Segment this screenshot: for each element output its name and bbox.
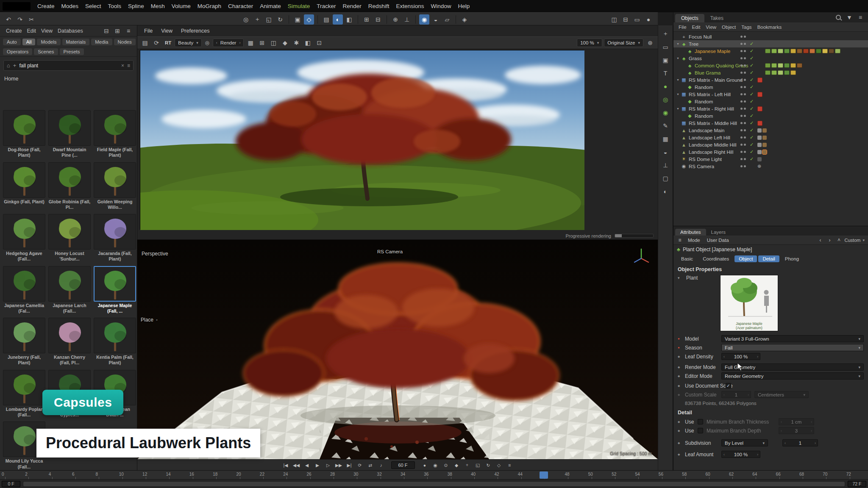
expand-icon[interactable]: ▾: [675, 92, 681, 96]
render-history-nav[interactable]: ‹Render›: [213, 39, 244, 47]
filter-materials[interactable]: Materials: [62, 39, 90, 45]
enabled-check-icon[interactable]: ✓: [750, 128, 754, 133]
enabled-check-icon[interactable]: ✓: [750, 77, 754, 83]
object-row-rs-matrix-right-hill[interactable]: ▾▦RS Matrix - Right Hill✓: [673, 105, 868, 112]
refresh-icon[interactable]: ⟳: [151, 38, 161, 48]
history-forward-icon[interactable]: ›: [826, 236, 834, 244]
phong-tag-icon[interactable]: [757, 150, 762, 154]
season-dropdown[interactable]: Fall▾: [721, 344, 864, 351]
rt-label[interactable]: RT: [163, 40, 173, 45]
object-row-rs-matrix-middle-hill[interactable]: ▦RS Matrix - Middle Hill✓: [673, 119, 868, 127]
perspective-viewport[interactable]: Perspective RS Camera Place◦ Grid Spacin…: [137, 240, 658, 459]
clear-search-icon[interactable]: ×: [121, 63, 124, 69]
lock-render-icon[interactable]: ◎: [203, 39, 211, 47]
asset-search-field[interactable]: ⌂ + fall plant × ≡: [3, 60, 134, 71]
keyframe-icon[interactable]: ◆: [452, 461, 462, 469]
compare-icon[interactable]: ◧: [303, 38, 313, 48]
menu-renderview-file[interactable]: File: [141, 27, 156, 35]
view-cube-icon[interactable]: ▣: [660, 55, 670, 65]
object-row-japanese-maple[interactable]: ♣Japanese Maple✓: [673, 47, 868, 55]
nav-prev-icon[interactable]: ‹: [216, 41, 217, 45]
tab-takes[interactable]: Takes: [704, 14, 729, 22]
expand-icon[interactable]: ▾: [675, 56, 681, 60]
attr-tab-coordinates[interactable]: Coordinates: [698, 255, 733, 262]
visibility-dots[interactable]: [740, 86, 746, 88]
object-tags[interactable]: [757, 106, 762, 111]
object-row-grass[interactable]: ▾♣Grass✓: [673, 55, 868, 62]
menu-main-window[interactable]: Window: [427, 2, 454, 11]
object-row-focus-null[interactable]: +Focus Null: [673, 33, 868, 40]
cut-icon[interactable]: ✂: [26, 14, 36, 25]
keyframe-dot-icon[interactable]: ◆: [678, 374, 685, 378]
enabled-check-icon[interactable]: ✓: [750, 92, 754, 97]
view-pen-icon[interactable]: ✎: [660, 121, 670, 131]
menu-object-manager-edit[interactable]: Edit: [690, 24, 703, 30]
record-icon[interactable]: ●: [420, 461, 430, 469]
view-frame-icon[interactable]: ▭: [660, 42, 670, 52]
custom-scale-unit-dropdown[interactable]: Centimeters▾: [754, 391, 809, 398]
object-tags[interactable]: [757, 92, 762, 97]
object-row-landscape-left-hill[interactable]: ▲Landscape Left Hill✓: [673, 134, 868, 141]
filter-all[interactable]: All: [22, 39, 36, 45]
render-view-canvas[interactable]: [140, 50, 584, 230]
visibility-dots[interactable]: [740, 115, 746, 117]
menu-asset-edit[interactable]: Edit: [25, 27, 39, 35]
live-selection-icon[interactable]: ◎: [241, 14, 251, 25]
tab-objects[interactable]: Objects: [675, 14, 704, 22]
keyframe-dot-icon[interactable]: ◆: [678, 429, 685, 433]
view-cloner-icon[interactable]: ◎: [660, 94, 670, 105]
menu-main-help[interactable]: Help: [454, 2, 473, 11]
spinner-down-icon[interactable]: ‹: [723, 452, 725, 457]
spinner-up-icon[interactable]: ›: [757, 452, 758, 457]
attr-tab-phong[interactable]: Phong: [781, 255, 803, 262]
asset-item-ginkgo-fall-plant[interactable]: Ginkgo (Fall, Plant): [2, 162, 46, 211]
object-row-landscape-main[interactable]: ▲Landscape Main✓: [673, 127, 868, 134]
spinner-down-icon[interactable]: ‹: [723, 355, 725, 359]
asset-item-golden-weeping-willo[interactable]: Golden Weeping Willo...: [93, 162, 137, 211]
redshift-tag-icon[interactable]: [757, 121, 762, 126]
menu-main-tools[interactable]: Tools: [105, 2, 125, 11]
filter-models[interactable]: Models: [37, 39, 60, 45]
render-settings-icon[interactable]: ◐: [333, 14, 343, 25]
visibility-dots[interactable]: [740, 122, 746, 124]
add-filter-icon[interactable]: +: [13, 62, 17, 69]
asset-item-kanzan-cherry-fall-pl[interactable]: Kanzan Cherry (Fall, Pl...: [47, 318, 92, 366]
view-magnet-icon[interactable]: ◒: [660, 147, 670, 157]
visibility-dots[interactable]: [740, 136, 746, 139]
asset-item-dwarf-mountain-pine[interactable]: Dwarf Mountain Pine (...: [47, 110, 92, 159]
filter-auto[interactable]: Auto: [3, 39, 21, 45]
loop-icon[interactable]: ⟳: [355, 461, 365, 469]
model-dropdown[interactable]: Variant 3 Full-Grown▾: [721, 335, 864, 342]
menu-main-simulate[interactable]: Simulate: [284, 2, 314, 11]
asset-item-jacaranda-fall-plant[interactable]: Jacaranda (Fall, Plant): [93, 214, 137, 263]
pingpong-icon[interactable]: ⇄: [366, 461, 376, 469]
nav-next-icon[interactable]: ›: [239, 41, 240, 45]
enabled-check-icon[interactable]: ✓: [750, 48, 754, 54]
home-icon[interactable]: ⌂: [7, 62, 10, 69]
undo-icon[interactable]: ↶: [3, 14, 14, 25]
redshift-tag-icon[interactable]: [757, 106, 762, 111]
grid-icon[interactable]: ⊞: [257, 38, 267, 48]
menu-main-mograph[interactable]: MoGraph: [194, 2, 225, 11]
enabled-check-icon[interactable]: ✓: [750, 84, 754, 90]
object-mode-icon[interactable]: ◇: [304, 14, 314, 25]
go-start-icon[interactable]: |◀: [281, 461, 291, 469]
menu-main-select[interactable]: Select: [82, 2, 105, 11]
material-chips[interactable]: [765, 49, 840, 53]
user-data-menu[interactable]: User Data: [704, 237, 732, 243]
menu-main-modes[interactable]: Modes: [58, 2, 82, 11]
enabled-check-icon[interactable]: ✓: [750, 113, 754, 119]
texture-tag-icon[interactable]: [762, 143, 767, 147]
max-branch-field[interactable]: ‹3›: [779, 427, 814, 434]
film-icon[interactable]: ▤: [140, 38, 150, 48]
visibility-dots[interactable]: [740, 93, 746, 95]
menu-main-create[interactable]: Create: [34, 2, 58, 11]
range-start-field[interactable]: 0 F: [2, 481, 20, 487]
layout-split-icon[interactable]: ⊟: [620, 14, 631, 25]
enabled-check-icon[interactable]: ✓: [750, 99, 754, 104]
view-camera-icon[interactable]: ▢: [660, 173, 670, 183]
kf-position-icon[interactable]: ＋: [462, 461, 472, 469]
keyframe-dot-icon[interactable]: ◆: [678, 441, 685, 445]
place-tool-label[interactable]: Place◦: [141, 317, 158, 323]
use-document-scale-checkbox[interactable]: ✓: [726, 383, 731, 388]
